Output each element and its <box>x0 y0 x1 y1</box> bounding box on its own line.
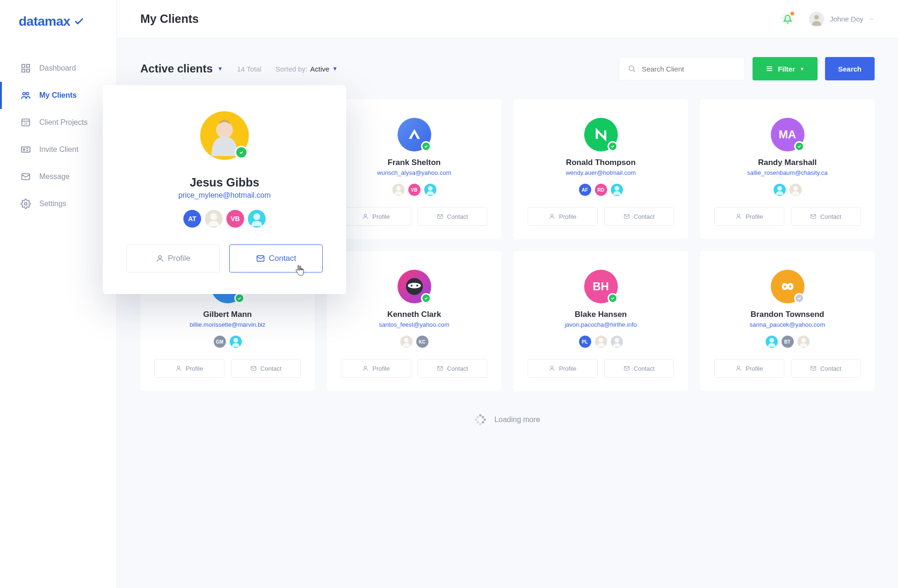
settings-icon <box>21 199 31 209</box>
contact-button[interactable]: Contact <box>791 359 861 378</box>
nav-label: Settings <box>39 200 66 208</box>
svg-point-57 <box>253 213 261 220</box>
client-name: Jesus Gibbs <box>190 176 260 189</box>
profile-label: Profile <box>372 213 390 220</box>
nav-item-message[interactable]: Message <box>0 163 116 190</box>
profile-button[interactable]: Profile <box>528 359 598 378</box>
mini-avatar: BT <box>782 336 794 348</box>
mail-icon <box>250 365 257 372</box>
mini-avatar: VB <box>226 210 244 228</box>
filter-button[interactable]: Filter ▼ <box>753 57 818 80</box>
svg-point-48 <box>615 338 619 343</box>
profile-button[interactable]: Profile <box>528 207 598 226</box>
contact-label: Contact <box>269 254 297 263</box>
profile-button[interactable]: Profile <box>126 244 220 272</box>
svg-point-5 <box>26 93 29 95</box>
mini-avatar <box>248 210 266 228</box>
associated-users: ATVB <box>183 210 266 228</box>
status-offline-icon <box>794 293 804 303</box>
profile-button[interactable]: Profile <box>714 359 784 378</box>
projects-icon: 28 <box>21 117 31 128</box>
search-button-label: Search <box>838 65 862 73</box>
user-menu[interactable]: Johne Doy <box>809 12 875 27</box>
mini-avatar: GM <box>214 336 226 348</box>
svg-point-52 <box>801 338 806 343</box>
mail-icon <box>623 365 630 372</box>
sort-value: Active <box>310 65 329 73</box>
nav-item-projects[interactable]: 28Client Projects <box>0 109 116 136</box>
mini-avatar <box>766 336 778 348</box>
client-card[interactable]: Brandon Townsend sarina_paucek@yahoo.com… <box>700 251 875 391</box>
status-online-icon <box>608 293 618 303</box>
contact-button[interactable]: Contact <box>604 359 674 378</box>
client-card[interactable]: BH Blake Hansen javon.pacocha@hirthe.inf… <box>514 251 688 391</box>
notifications-button[interactable] <box>779 11 796 28</box>
invite-icon <box>21 144 31 155</box>
nav-item-invite[interactable]: Invite Client <box>0 136 116 163</box>
mini-avatar: AT <box>183 210 201 228</box>
mail-icon <box>810 213 817 220</box>
user-name: Johne Doy <box>830 15 863 23</box>
svg-point-43 <box>416 285 418 287</box>
svg-point-42 <box>411 285 413 287</box>
contact-button[interactable]: Contact <box>231 359 301 378</box>
mail-icon <box>623 213 630 220</box>
svg-point-31 <box>551 214 553 216</box>
svg-line-18 <box>634 70 635 72</box>
sort-prefix: Sorted by: <box>275 65 307 73</box>
svg-text:28: 28 <box>24 122 28 126</box>
mini-avatar <box>205 210 223 228</box>
client-card[interactable]: Frank Shelton wunsch_alysa@yahoo.com VB … <box>327 99 501 239</box>
mail-icon <box>437 365 443 372</box>
svg-point-44 <box>404 338 409 343</box>
client-card[interactable]: MA Randy Marshall sallie_rosenbaum@chasi… <box>700 99 875 239</box>
svg-point-35 <box>738 214 740 216</box>
client-email: javon.pacocha@hirthe.info <box>565 321 637 328</box>
client-card[interactable]: Ronald Thompson wendy.auer@hotmail.com A… <box>514 99 688 239</box>
nav-item-clients[interactable]: My Clients <box>0 82 116 109</box>
search-button[interactable]: Search <box>825 57 875 80</box>
user-icon <box>735 365 742 372</box>
contact-button[interactable]: Contact <box>604 207 674 226</box>
associated-users: KC <box>400 336 428 348</box>
user-icon <box>156 254 164 263</box>
svg-rect-1 <box>27 65 29 67</box>
svg-rect-3 <box>27 69 29 72</box>
search-input[interactable] <box>642 65 736 73</box>
nav-label: My Clients <box>39 91 77 100</box>
svg-point-27 <box>428 186 433 191</box>
contact-label: Contact <box>820 365 841 372</box>
client-name: Gilbert Mann <box>203 310 252 319</box>
contact-button[interactable]: Contact <box>418 207 488 226</box>
loading-label: Loading more <box>494 416 540 424</box>
svg-point-53 <box>738 366 740 368</box>
sort-dropdown[interactable]: Sorted by: Active ▼ <box>275 65 338 73</box>
svg-point-41 <box>408 283 421 288</box>
svg-point-38 <box>178 366 180 368</box>
profile-button[interactable]: Profile <box>714 207 784 226</box>
contact-button[interactable]: Contact <box>791 207 861 226</box>
cursor-hand-icon <box>294 264 305 277</box>
brand-logo[interactable]: datamax <box>0 0 116 45</box>
check-icon <box>73 16 85 27</box>
client-email: sarina_paucek@yahoo.com <box>750 321 825 328</box>
client-card-expanded: Jesus Gibbs price_mylene@hotmail.com ATV… <box>103 85 346 294</box>
contact-button[interactable]: Contact <box>229 244 323 272</box>
user-icon <box>549 365 555 372</box>
profile-label: Profile <box>559 213 576 220</box>
profile-button[interactable]: Profile <box>154 359 224 378</box>
client-name: Kenneth Clark <box>387 310 441 319</box>
profile-button[interactable]: Profile <box>341 207 411 226</box>
nav-item-settings[interactable]: Settings <box>0 190 116 217</box>
svg-point-37 <box>233 338 238 343</box>
profile-label: Profile <box>559 365 576 372</box>
client-email: wendy.auer@hotmail.com <box>566 169 636 176</box>
contact-button[interactable]: Contact <box>418 359 488 378</box>
client-card[interactable]: Kenneth Clark santos_feest@yahoo.com KC … <box>327 251 501 391</box>
associated-users: BT <box>766 336 810 348</box>
active-clients-dropdown[interactable]: Active clients ▼ <box>140 62 223 75</box>
search-box[interactable] <box>619 57 745 80</box>
nav-item-dashboard[interactable]: Dashboard <box>0 55 116 82</box>
profile-button[interactable]: Profile <box>341 359 411 378</box>
client-name: Ronald Thompson <box>566 158 636 167</box>
